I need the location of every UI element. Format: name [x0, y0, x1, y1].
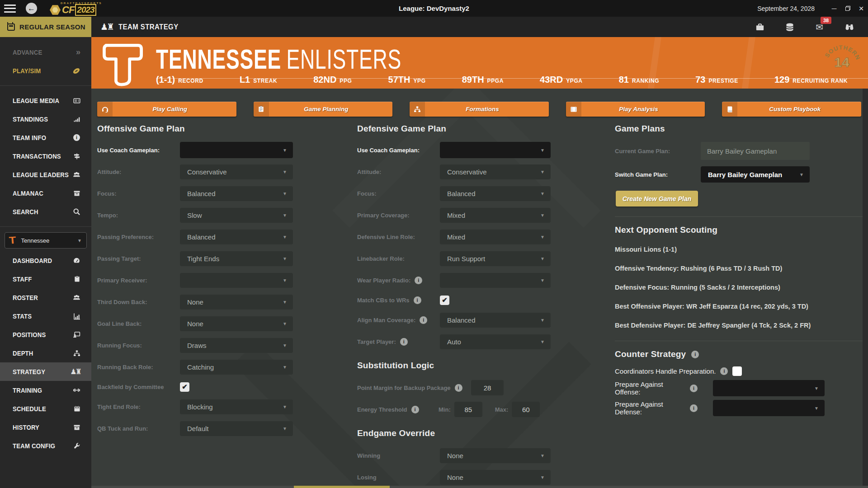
horizontal-scrollbar[interactable] — [91, 486, 868, 488]
sidebar-item-advance[interactable]: ADVANCE » — [0, 43, 91, 61]
scrollbar-thumb[interactable] — [294, 486, 390, 488]
restore-button[interactable] — [841, 0, 854, 17]
team-stats: (1-1)RECORD L1STREAK 82NDPPG 57THYPG 89T… — [156, 75, 848, 85]
binoculars-icon[interactable] — [844, 22, 854, 32]
svg-text:i: i — [76, 135, 77, 140]
close-button[interactable]: × — [854, 0, 868, 17]
sidebar-item-standings[interactable]: STANDINGS — [0, 110, 91, 128]
d-primary-coverage-select[interactable]: Mixed▼ — [440, 208, 551, 223]
tab-play-calling[interactable]: Play Calling — [97, 102, 236, 117]
prepare-against-offense-select[interactable]: ▼ — [713, 380, 825, 396]
d-match-cbs-to-wrs-checkbox[interactable] — [440, 296, 449, 305]
sidebar: ADVANCE » PLAY/SIM LEAGUE MEDIA STANDING… — [0, 37, 91, 488]
info-icon[interactable]: i — [690, 404, 698, 412]
main-content: Play Calling Game Planning Formations Pl… — [91, 89, 868, 488]
tennessee-logo — [97, 41, 147, 88]
energy-min-input[interactable]: 85 — [454, 402, 482, 417]
info-icon[interactable]: i — [414, 296, 421, 304]
info-icon[interactable]: i — [690, 385, 698, 392]
d-attitude-select[interactable]: Conservative▼ — [440, 164, 551, 179]
o-third-down-back-select[interactable]: None▼ — [180, 295, 293, 310]
stat-recruiting-rank: 129RECRUITING RANK — [774, 75, 848, 85]
o-running-back-role-select[interactable]: Catching▼ — [180, 360, 293, 375]
minimize-button[interactable]: ─ — [827, 0, 841, 17]
o-focus-select[interactable]: Balanced▼ — [180, 186, 293, 201]
info-icon[interactable]: i — [420, 316, 427, 324]
tab-game-planning[interactable]: Game Planning — [254, 102, 393, 117]
o-goal-line-back-select[interactable]: None▼ — [180, 316, 293, 331]
d-defensive-line-role-select[interactable]: Mixed▼ — [440, 230, 551, 244]
wrench-icon — [73, 442, 80, 450]
o-passing-target-select[interactable]: Tight Ends▼ — [180, 251, 293, 266]
o-backfield-by-committee-checkbox[interactable] — [180, 382, 189, 392]
d-align-man-coverage-select[interactable]: Balanced▼ — [440, 313, 551, 328]
sidebar-item-transactions[interactable]: TRANSACTIONS — [0, 147, 91, 165]
info-icon[interactable]: i — [691, 351, 699, 358]
coordinators-handle-preparation: Coordinators Handle Preparation. i — [615, 364, 868, 378]
sidebar-item-depth[interactable]: DEPTH — [0, 344, 91, 362]
sidebar-item-team-config[interactable]: TEAM CONFIG — [0, 436, 91, 455]
sidebar-item-schedule[interactable]: SCHEDULE — [0, 399, 91, 418]
o-tempo-select[interactable]: Slow▼ — [180, 208, 293, 223]
scouting-title: Next Opponent Scouting — [615, 225, 868, 235]
sidebar-item-positions[interactable]: POSITIONS — [0, 325, 91, 344]
sidebar-item-dashboard[interactable]: DASHBOARD — [0, 251, 91, 270]
stat-streak: L1STREAK — [240, 75, 277, 85]
info-icon[interactable]: i — [400, 338, 408, 346]
losing-select[interactable]: None▼ — [440, 470, 551, 485]
sidebar-item-history[interactable]: HISTORY — [0, 418, 91, 436]
strategy-tabs: Play Calling Game Planning Formations Pl… — [97, 102, 861, 117]
offense-title: Offensive Game Plan — [97, 124, 298, 134]
point-margin-input[interactable]: 28 — [471, 380, 504, 395]
sidebar-item-staff[interactable]: STAFF — [0, 270, 91, 288]
svg-text:14: 14 — [834, 55, 849, 70]
prepare-against-defense-select[interactable]: ▼ — [713, 400, 825, 416]
sidebar-item-team-info[interactable]: TEAM INFO i — [0, 128, 91, 147]
o-qb-tuck-and-run-select[interactable]: Default▼ — [180, 421, 293, 436]
sidebar-item-play-sim[interactable]: PLAY/SIM — [0, 61, 91, 80]
mail-icon[interactable]: ✉ 38 — [815, 22, 825, 32]
d-focus-select[interactable]: Balanced▼ — [440, 186, 551, 201]
tab-custom-playbook[interactable]: Custom Playbook — [722, 102, 861, 117]
o-tight-end-role-select[interactable]: Blocking▼ — [180, 399, 293, 414]
switch-game-plan-select[interactable]: Barry Bailey Gameplan▼ — [701, 166, 810, 183]
d-use-coach-gameplan-select[interactable]: ▼ — [440, 142, 551, 158]
d-target-player-select[interactable]: Auto▼ — [440, 334, 551, 349]
winning-select[interactable]: None▼ — [440, 448, 551, 463]
sidebar-item-strategy[interactable]: STRATEGY ♟♜ — [0, 362, 91, 381]
coordinators-checkbox[interactable] — [732, 366, 742, 376]
archive-icon — [73, 424, 80, 431]
d-wear-player-radio-select[interactable]: ▼ — [440, 273, 551, 288]
counter-strategy-title: Counter Strategy — [615, 349, 686, 359]
o-primary-receiver-select[interactable]: ▼ — [180, 273, 293, 288]
database-icon[interactable] — [785, 22, 795, 32]
o-running-focus-select[interactable]: Draws▼ — [180, 338, 293, 353]
tab-formations[interactable]: Formations — [410, 102, 549, 117]
regular-season-button[interactable]: REGULAR SEASON — [0, 17, 91, 37]
vertical-scrollbar[interactable] — [863, 89, 868, 486]
sidebar-item-stats[interactable]: STATS — [0, 307, 91, 325]
d-linebacker-role-select[interactable]: Run Support▼ — [440, 251, 551, 266]
info-icon[interactable]: i — [720, 367, 728, 375]
sidebar-item-league-media[interactable]: LEAGUE MEDIA — [0, 91, 91, 110]
sidebar-item-league-leaders[interactable]: LEAGUE LEADERS — [0, 165, 91, 184]
energy-max-input[interactable]: 60 — [512, 402, 540, 417]
sidebar-item-roster[interactable]: ROSTER — [0, 288, 91, 307]
info-icon[interactable]: i — [411, 406, 419, 413]
stat-ypg: 57THYPG — [388, 75, 426, 85]
o-use-coach-gameplan-select[interactable]: ▼ — [180, 142, 293, 158]
sidebar-item-search[interactable]: SEARCH — [0, 202, 91, 221]
team-logo-icon: T — [9, 235, 17, 247]
create-new-game-plan-button[interactable]: Create New Game Plan — [616, 191, 698, 206]
sidebar-item-training[interactable]: TRAINING — [0, 381, 91, 399]
stat-ypga: 43RDYPGA — [540, 75, 583, 85]
stat-ranking: 81RANKING — [619, 75, 659, 85]
info-icon[interactable]: i — [415, 277, 422, 284]
info-icon[interactable]: i — [455, 384, 462, 392]
team-selector[interactable]: T Tennessee ▼ — [5, 232, 87, 249]
o-passing-preference-select[interactable]: Balanced▼ — [180, 230, 293, 244]
tab-play-analysis[interactable]: Play Analysis — [566, 102, 705, 117]
sidebar-item-almanac[interactable]: ALMANAC — [0, 184, 91, 202]
o-attitude-select[interactable]: Conservative▼ — [180, 164, 293, 179]
briefcase-icon[interactable] — [755, 22, 765, 32]
